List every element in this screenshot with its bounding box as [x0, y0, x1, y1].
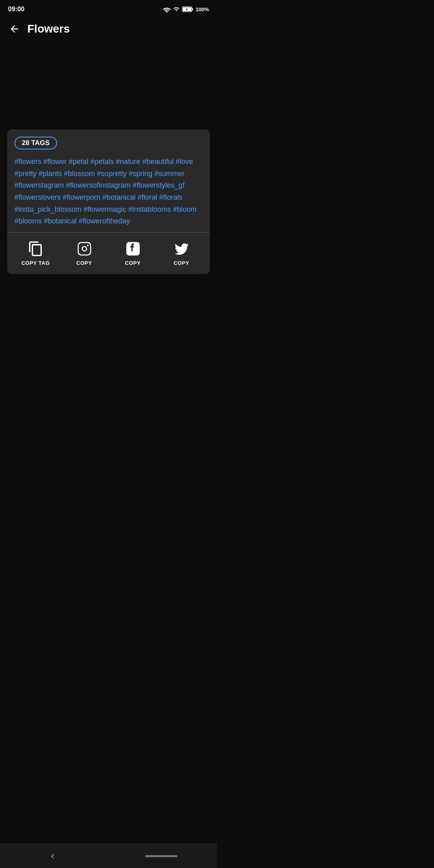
copy-tag-button[interactable]: COPY TAG [20, 240, 52, 266]
signal-icon [173, 6, 180, 12]
instagram-icon [76, 241, 92, 257]
copy-instagram-label: COPY [76, 260, 92, 266]
status-bar: 09:00 100% [0, 0, 217, 17]
copy-twitter-label: COPY [174, 260, 189, 266]
svg-point-7 [82, 247, 86, 250]
wifi-icon [163, 6, 171, 12]
instagram-icon-wrap [76, 240, 93, 258]
status-time: 09:00 [8, 6, 25, 13]
back-button[interactable] [7, 22, 22, 36]
battery-icon [182, 6, 193, 12]
copy-instagram-button[interactable]: COPY [68, 240, 100, 266]
svg-rect-1 [192, 8, 193, 10]
app-bar: Flowers [0, 17, 217, 41]
svg-point-8 [87, 245, 88, 246]
copy-tag-icon [28, 241, 44, 257]
facebook-icon [125, 241, 141, 257]
tags-content: #flowers #flower #petal #petals #nature … [14, 156, 203, 227]
copy-tag-icon-wrap [27, 240, 45, 258]
twitter-icon [174, 241, 190, 257]
copy-facebook-label: COPY [125, 260, 141, 266]
action-bar: COPY TAG COPY [7, 233, 210, 274]
tags-header: 28 TAGS #flowers #flower #petal #petals … [7, 129, 210, 232]
tags-count-badge: 28 TAGS [14, 137, 57, 149]
tags-card: 28 TAGS #flowers #flower #petal #petals … [7, 129, 210, 274]
page-title: Flowers [27, 23, 70, 35]
battery-percent: 100% [196, 6, 209, 12]
copy-tag-label: COPY TAG [21, 260, 50, 266]
status-icons: 100% [163, 6, 209, 12]
copy-twitter-button[interactable]: COPY [166, 240, 198, 266]
facebook-icon-wrap [124, 240, 142, 258]
back-arrow-icon [9, 23, 20, 35]
twitter-icon-wrap [173, 240, 190, 258]
copy-facebook-button[interactable]: COPY [117, 240, 149, 266]
main-content: 28 TAGS #flowers #flower #petal #petals … [0, 129, 217, 274]
